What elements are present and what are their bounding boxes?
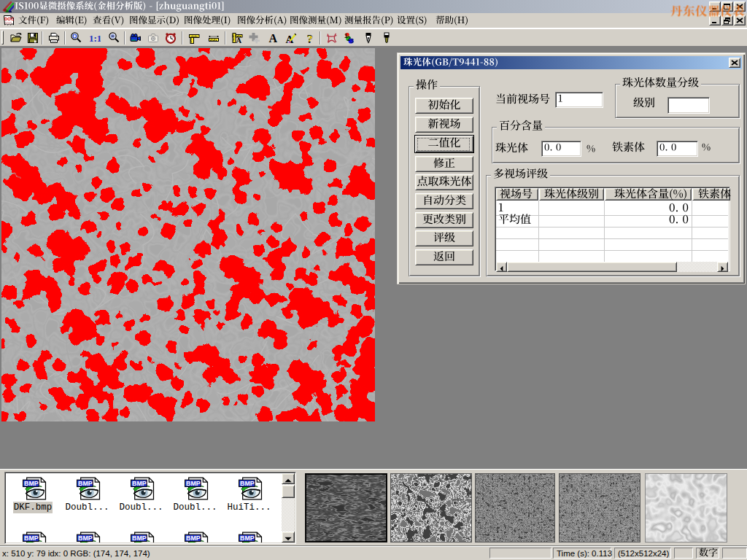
svg-text:?: ? <box>308 33 313 44</box>
svg-text:1:1: 1:1 <box>89 33 101 44</box>
svg-text:A: A <box>236 36 242 44</box>
svg-text:A: A <box>269 32 278 44</box>
svg-text:3: 3 <box>350 37 354 44</box>
svg-text:DOC: DOC <box>4 17 15 21</box>
